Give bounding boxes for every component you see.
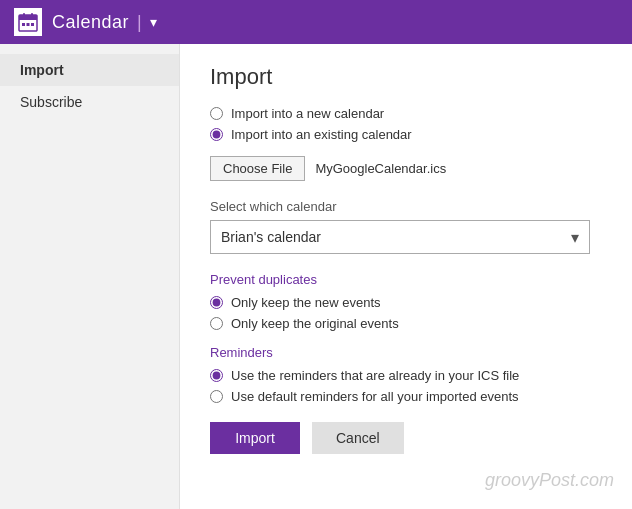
reminders-group: Use the reminders that are already in yo… <box>210 368 602 404</box>
import-new-row: Import into a new calendar <box>210 106 602 121</box>
calendar-section-label: Select which calendar <box>210 199 602 214</box>
keep-new-radio[interactable] <box>210 296 223 309</box>
svg-rect-6 <box>31 23 34 26</box>
calendar-select-dropdown[interactable]: Brian's calendar ▾ <box>210 220 590 254</box>
content-area: Import Import into a new calendar Import… <box>180 44 632 509</box>
import-existing-radio[interactable] <box>210 128 223 141</box>
import-button[interactable]: Import <box>210 422 300 454</box>
topbar-title: Calendar <box>52 12 129 33</box>
sidebar-item-subscribe[interactable]: Subscribe <box>0 86 179 118</box>
keep-new-row: Only keep the new events <box>210 295 602 310</box>
use-ics-reminders-label: Use the reminders that are already in yo… <box>231 368 519 383</box>
import-existing-label: Import into an existing calendar <box>231 127 412 142</box>
use-ics-reminders-row: Use the reminders that are already in yo… <box>210 368 602 383</box>
use-default-reminders-label: Use default reminders for all your impor… <box>231 389 519 404</box>
import-new-radio[interactable] <box>210 107 223 120</box>
svg-rect-5 <box>27 23 30 26</box>
keep-original-radio[interactable] <box>210 317 223 330</box>
svg-rect-4 <box>22 23 25 26</box>
cancel-button[interactable]: Cancel <box>312 422 404 454</box>
svg-rect-3 <box>31 13 33 17</box>
duplicates-group: Only keep the new events Only keep the o… <box>210 295 602 331</box>
import-existing-row: Import into an existing calendar <box>210 127 602 142</box>
import-type-group: Import into a new calendar Import into a… <box>210 106 602 142</box>
topbar: Calendar | ▾ <box>0 0 632 44</box>
prevent-duplicates-label: Prevent duplicates <box>210 272 602 287</box>
svg-rect-2 <box>23 13 25 17</box>
calendar-app-icon <box>14 8 42 36</box>
sidebar: Import Subscribe <box>0 44 180 509</box>
import-new-label: Import into a new calendar <box>231 106 384 121</box>
use-default-reminders-row: Use default reminders for all your impor… <box>210 389 602 404</box>
use-ics-reminders-radio[interactable] <box>210 369 223 382</box>
page-title: Import <box>210 64 602 90</box>
button-row: Import Cancel <box>210 422 602 454</box>
choose-file-button[interactable]: Choose File <box>210 156 305 181</box>
use-default-reminders-radio[interactable] <box>210 390 223 403</box>
sidebar-item-import[interactable]: Import <box>0 54 179 86</box>
file-name-label: MyGoogleCalendar.ics <box>315 161 446 176</box>
reminders-label: Reminders <box>210 345 602 360</box>
topbar-divider: | <box>137 12 142 33</box>
keep-original-label: Only keep the original events <box>231 316 399 331</box>
main-layout: Import Subscribe Import Import into a ne… <box>0 44 632 509</box>
topbar-dropdown-arrow[interactable]: ▾ <box>150 14 157 30</box>
svg-rect-1 <box>19 15 37 20</box>
calendar-select-value: Brian's calendar <box>221 229 321 245</box>
calendar-select-arrow-icon: ▾ <box>571 228 579 247</box>
keep-new-label: Only keep the new events <box>231 295 381 310</box>
keep-original-row: Only keep the original events <box>210 316 602 331</box>
file-chooser-row: Choose File MyGoogleCalendar.ics <box>210 156 602 181</box>
